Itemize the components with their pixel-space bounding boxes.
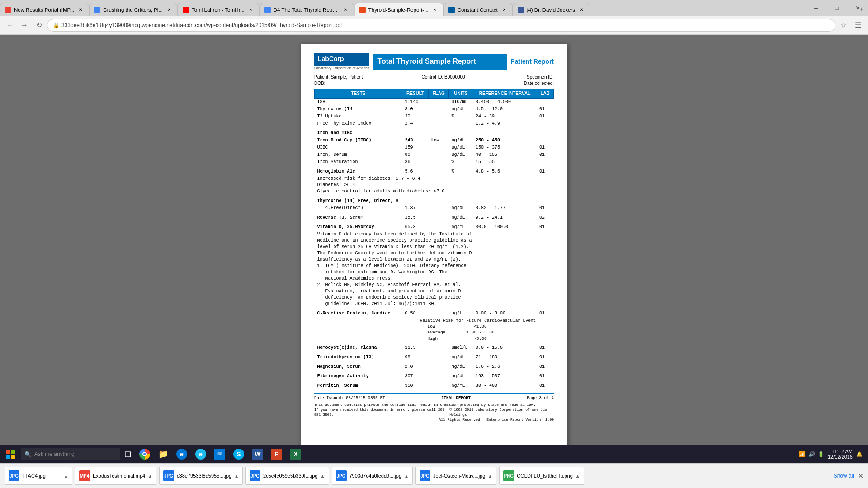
task-view-icon: ❑ — [125, 450, 131, 459]
outlook-button[interactable]: ✉ — [211, 446, 229, 462]
test-result: 8.0 — [402, 106, 428, 113]
test-flag — [429, 352, 449, 361]
tab-close-button[interactable]: ✕ — [77, 6, 84, 14]
powerpoint-button[interactable]: P — [268, 446, 286, 462]
table-row: Increased risk for diabetes: 5.7 - 6.4 D… — [315, 175, 554, 195]
test-ref: 250 - 450 — [473, 137, 537, 144]
test-flag: Low — [429, 137, 449, 144]
browser-tab-tab5[interactable]: Thyroid-Sample-Report-... ✕ — [354, 3, 443, 16]
test-result: 5.6 — [402, 166, 428, 175]
test-ref: 1.2 - 4.9 — [473, 120, 537, 127]
tab-close-button[interactable]: ✕ — [342, 6, 349, 14]
notifications-icon[interactable]: 🔔 — [856, 451, 863, 457]
date-display: 12/12/2016 — [828, 454, 853, 460]
task-view-button[interactable]: ❑ — [121, 446, 135, 462]
footer-page: Page 3 of 4 — [527, 395, 554, 401]
patient-left: Patient: Sample, Patient DOB: — [314, 74, 363, 87]
footer-legal: This document contains private and confi… — [314, 402, 554, 422]
tab-close-button[interactable]: ✕ — [431, 6, 439, 14]
tab-close-button[interactable]: ✕ — [500, 6, 508, 14]
col-ref: REFERENCE INTERVAL — [473, 89, 537, 98]
minimize-button[interactable]: ─ — [806, 0, 826, 16]
window-controls: ─ □ ✕ — [806, 0, 868, 16]
chrome-app-button[interactable] — [136, 446, 154, 462]
test-name: Free Thyroxine Index — [315, 120, 402, 127]
download-item[interactable]: PNG COLDFLU_IsittheFlu.png ▲ — [499, 467, 584, 485]
browser-tab-tab6[interactable]: Constant Contact ✕ — [443, 3, 513, 16]
test-ref: 0.00 - 3.00 — [473, 308, 537, 317]
download-chevron-icon: ▲ — [404, 474, 409, 479]
browser-tab-tab1[interactable]: New Results Portal (IMP... ✕ — [0, 3, 89, 16]
ie-button[interactable]: e — [192, 446, 210, 462]
browser-tab-tab7[interactable]: (4) Dr. David Jockers ✕ — [513, 3, 590, 16]
test-units: % — [449, 166, 473, 175]
download-chevron-icon: ▲ — [576, 474, 580, 479]
word-button[interactable]: W — [249, 446, 267, 462]
tab-favicon — [5, 7, 11, 13]
test-lab — [537, 159, 553, 166]
download-item[interactable]: JPG 7903d7e4a0fedd9....jpg ▲ — [332, 467, 413, 485]
show-all-button[interactable]: Show all — [834, 473, 854, 479]
download-item[interactable]: MP4 ExodusTestimonial.mp4 ▲ — [75, 467, 156, 485]
time-display: 11:12 AM — [828, 449, 853, 454]
battery-icon: 🔋 — [818, 451, 824, 457]
tab-close-button[interactable]: ✕ — [247, 6, 255, 14]
test-result: 159 — [402, 144, 428, 151]
test-lab: 01 — [537, 352, 553, 361]
back-button[interactable]: ← — [4, 19, 16, 32]
download-chevron-icon: ▲ — [148, 474, 152, 479]
tab-favicon — [359, 7, 366, 13]
file-explorer-button[interactable]: 📁 — [155, 446, 172, 462]
start-button[interactable] — [2, 446, 20, 462]
browser-tab-tab4[interactable]: D4 The Total Thyroid Repor... ✕ — [259, 3, 354, 16]
test-units — [449, 120, 473, 127]
settings-button[interactable]: ☰ — [852, 19, 864, 32]
address-bar[interactable]: 🔒 333oee3bik6e1t8q4y139009mcg.wpengine.n… — [47, 19, 835, 32]
test-flag — [429, 144, 449, 151]
test-name: Reverse T3, Serum — [315, 212, 402, 221]
download-filename: TTAC4.jpg — [22, 473, 61, 479]
download-filename: Joel-Osteen-Motiv....jpg — [433, 473, 485, 479]
download-item[interactable]: JPG TTAC4.jpg ▲ — [5, 467, 72, 485]
svg-rect-3 — [11, 455, 15, 459]
col-flag: FLAG — [429, 89, 449, 98]
test-name: Iron, Serum — [315, 151, 402, 159]
test-lab: 01 — [537, 144, 553, 151]
skype-button[interactable]: S — [230, 446, 248, 462]
download-item[interactable]: JPG 2c5c4e059e5b339f....jpg ▲ — [245, 467, 329, 485]
table-row: UIBC 159 ug/dL 150 - 375 01 — [315, 144, 554, 151]
test-ref: 71 - 180 — [473, 352, 537, 361]
test-lab — [537, 137, 553, 144]
browser-tab-tab3[interactable]: Tomi Lahren - Tomi h... ✕ — [178, 3, 259, 16]
test-result: 98 — [402, 352, 428, 361]
test-units: ng/mL — [449, 221, 473, 231]
test-ref: 15 - 55 — [473, 159, 537, 166]
search-bar[interactable]: 🔍 Ask me anything — [21, 448, 120, 460]
download-filename: ExodusTestimonial.mp4 — [93, 473, 145, 479]
reload-button[interactable]: ↻ — [33, 19, 45, 32]
download-item[interactable]: JPG c38e79533f8d5955....jpg ▲ — [159, 467, 243, 485]
close-download-bar[interactable]: ✕ — [858, 472, 863, 480]
edge-button[interactable]: e — [173, 446, 191, 462]
tab-close-button[interactable]: ✕ — [165, 6, 173, 14]
close-button[interactable]: ✕ — [847, 0, 868, 16]
download-item[interactable]: JPG Joel-Osteen-Motiv....jpg ▲ — [415, 467, 496, 485]
test-result: 36 — [402, 159, 428, 166]
tab-close-button[interactable]: ✕ — [578, 6, 585, 14]
bookmark-button[interactable]: ☆ — [837, 19, 850, 32]
date-collected-label: Date collected: — [524, 80, 554, 87]
browser-tab-tab2[interactable]: Crushing the Critters, Pl... ✕ — [89, 3, 178, 16]
test-lab: 01 — [537, 380, 553, 389]
test-name: Fibrinogen Activity — [315, 371, 402, 380]
test-units: mg/dL — [449, 361, 473, 371]
test-flag — [429, 371, 449, 380]
forward-button[interactable]: → — [18, 19, 31, 32]
search-icon: 🔍 — [24, 451, 32, 458]
table-row: Thyroxine (T4) 8.0 ug/dL 4.5 - 12.0 01 — [315, 106, 554, 113]
footer-final: FINAL REPORT — [441, 395, 471, 401]
test-lab: 01 — [537, 106, 553, 113]
tab-favicon — [448, 7, 455, 13]
maximize-button[interactable]: □ — [826, 0, 847, 16]
excel-icon: X — [290, 449, 301, 460]
excel-button[interactable]: X — [287, 446, 305, 462]
